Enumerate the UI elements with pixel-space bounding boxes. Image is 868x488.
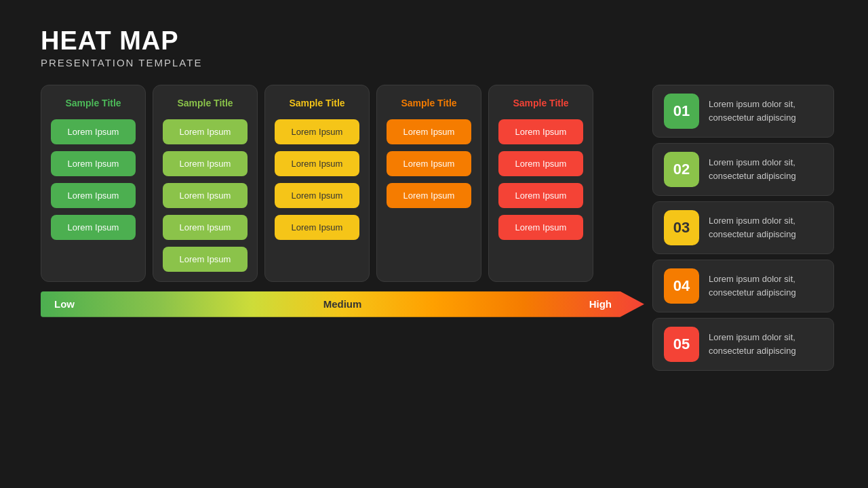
header: HEAT MAP PRESENTATION TEMPLATE <box>41 27 834 68</box>
page: HEAT MAP PRESENTATION TEMPLATE Sample Ti… <box>0 0 868 488</box>
column-2-item-2[interactable]: Lorem Ipsum <box>163 151 248 176</box>
column-3-item-1[interactable]: Lorem Ipsum <box>275 119 359 144</box>
column-title-2: Sample Title <box>163 98 248 108</box>
column-3-item-3[interactable]: Lorem Ipsum <box>275 183 359 208</box>
numbered-text-5: Lorem ipsum dolor sit, consectetur adipi… <box>709 331 823 357</box>
numbered-item-1: 01Lorem ipsum dolor sit, consectetur adi… <box>652 85 834 138</box>
column-title-3: Sample Title <box>275 98 359 108</box>
column-card-1: Sample TitleLorem IpsumLorem IpsumLorem … <box>41 85 146 282</box>
column-3-item-4[interactable]: Lorem Ipsum <box>275 215 359 240</box>
column-1-item-4[interactable]: Lorem Ipsum <box>51 215 136 240</box>
column-card-3: Sample TitleLorem IpsumLorem IpsumLorem … <box>264 85 370 282</box>
column-card-5: Sample TitleLorem IpsumLorem IpsumLorem … <box>488 85 593 282</box>
column-title-1: Sample Title <box>51 98 136 108</box>
legend-medium-label: Medium <box>323 298 362 310</box>
numbered-text-3: Lorem ipsum dolor sit, consectetur adipi… <box>709 214 823 241</box>
legend-bar-section: Low Medium High <box>41 291 644 317</box>
column-3-item-2[interactable]: Lorem Ipsum <box>275 151 359 176</box>
numbered-item-3: 03Lorem ipsum dolor sit, consectetur adi… <box>652 201 834 254</box>
number-badge-5: 05 <box>664 327 699 362</box>
column-4-item-2[interactable]: Lorem Ipsum <box>387 151 471 176</box>
column-5-item-3[interactable]: Lorem Ipsum <box>498 183 583 208</box>
number-badge-2: 02 <box>664 152 699 187</box>
legend-low-label: Low <box>54 298 75 310</box>
content-area: Sample TitleLorem IpsumLorem IpsumLorem … <box>41 85 834 468</box>
column-card-2: Sample TitleLorem IpsumLorem IpsumLorem … <box>153 85 258 282</box>
numbered-text-1: Lorem ipsum dolor sit, consectetur adipi… <box>709 98 823 124</box>
column-5-item-2[interactable]: Lorem Ipsum <box>498 151 583 176</box>
main-title: HEAT MAP <box>41 27 834 56</box>
numbered-text-4: Lorem ipsum dolor sit, consectetur adipi… <box>709 272 823 299</box>
legend-high-label: High <box>589 298 631 310</box>
right-section: 01Lorem ipsum dolor sit, consectetur adi… <box>652 85 834 468</box>
numbered-item-5: 05Lorem ipsum dolor sit, consectetur adi… <box>652 318 834 371</box>
column-5-item-4[interactable]: Lorem Ipsum <box>498 215 583 240</box>
column-1-item-2[interactable]: Lorem Ipsum <box>51 151 136 176</box>
column-5-item-1[interactable]: Lorem Ipsum <box>498 119 583 144</box>
numbered-text-2: Lorem ipsum dolor sit, consectetur adipi… <box>709 156 823 182</box>
column-1-item-3[interactable]: Lorem Ipsum <box>51 183 136 208</box>
column-4-item-1[interactable]: Lorem Ipsum <box>387 119 471 144</box>
columns-section: Sample TitleLorem IpsumLorem IpsumLorem … <box>41 85 644 282</box>
legend-bar: Low Medium High <box>41 291 644 317</box>
column-2-item-1[interactable]: Lorem Ipsum <box>163 119 248 144</box>
column-4-item-3[interactable]: Lorem Ipsum <box>387 183 471 208</box>
numbered-item-2: 02Lorem ipsum dolor sit, consectetur adi… <box>652 143 834 196</box>
column-title-5: Sample Title <box>498 98 583 108</box>
column-2-item-4[interactable]: Lorem Ipsum <box>163 215 248 240</box>
column-1-item-1[interactable]: Lorem Ipsum <box>51 119 136 144</box>
number-badge-4: 04 <box>664 268 699 304</box>
column-title-4: Sample Title <box>387 98 471 108</box>
numbered-item-4: 04Lorem ipsum dolor sit, consectetur adi… <box>652 260 834 312</box>
sub-title: PRESENTATION TEMPLATE <box>41 57 834 68</box>
number-badge-1: 01 <box>664 94 699 129</box>
number-badge-3: 03 <box>664 210 699 245</box>
column-card-4: Sample TitleLorem IpsumLorem IpsumLorem … <box>376 85 481 282</box>
column-2-item-5[interactable]: Lorem Ipsum <box>163 247 248 272</box>
column-2-item-3[interactable]: Lorem Ipsum <box>163 183 248 208</box>
